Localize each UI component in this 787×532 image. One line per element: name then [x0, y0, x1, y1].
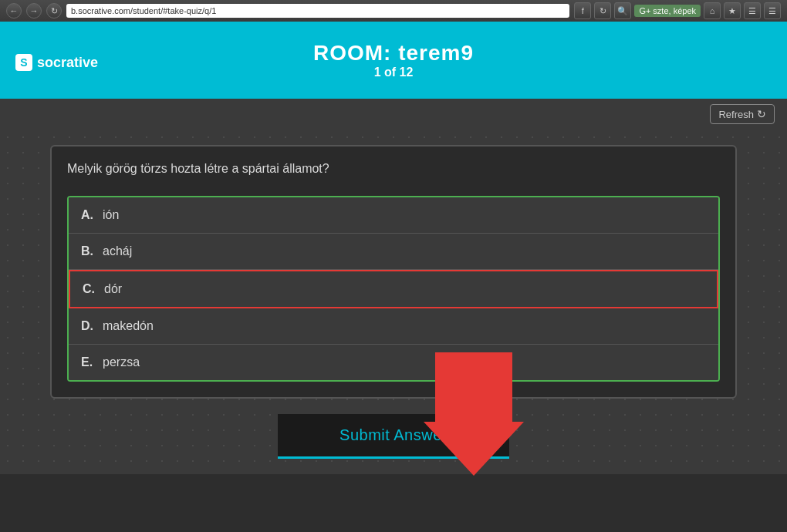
answer-label-c: C. — [83, 282, 98, 296]
refresh-icon: ↻ — [757, 108, 766, 120]
browser-chrome: ← → ↻ b.socrative.com/student/#take-quiz… — [0, 0, 787, 22]
browser-icons: f ↻ 🔍 G+ szte, képek ⌂ ★ ☰ ☰ — [574, 2, 781, 19]
answer-text-c: dór — [104, 282, 122, 296]
answer-option-e[interactable]: E. perzsa — [69, 345, 718, 380]
refresh-button[interactable]: Refresh ↻ — [710, 104, 775, 124]
toolbar: Refresh ↻ — [0, 99, 787, 130]
socrative-logo: S socrative — [15, 54, 98, 71]
search-icon[interactable]: 🔍 — [614, 2, 631, 19]
menu-icon[interactable]: ☰ — [764, 2, 781, 19]
facebook-icon[interactable]: f — [574, 2, 591, 19]
search-text: szte, képek — [653, 6, 696, 15]
answer-text-b: acháj — [103, 244, 132, 258]
forward-button[interactable]: → — [26, 3, 42, 19]
logo-text: socrative — [37, 55, 98, 71]
gplus-icon: G+ — [639, 6, 650, 15]
quiz-card: Melyik görög törzs hozta létre a spártai… — [50, 145, 737, 399]
answers-container: A. ión B. acháj C. dór D. makedón E. per… — [67, 196, 720, 382]
answer-text-e: perzsa — [103, 355, 140, 369]
extensions-icon[interactable]: ☰ — [744, 2, 761, 19]
down-arrow-indicator — [424, 352, 524, 479]
logo-letter: S — [20, 56, 27, 69]
answer-option-b[interactable]: B. acháj — [69, 234, 718, 270]
socrative-header: S socrative ROOM: terem9 1 of 12 — [0, 22, 787, 99]
reload-button[interactable]: ↻ — [46, 3, 62, 19]
answer-label-d: D. — [81, 319, 96, 333]
room-title: ROOM: terem9 — [313, 41, 474, 66]
refresh-label: Refresh — [718, 109, 754, 120]
progress-indicator: 1 of 12 — [374, 66, 414, 79]
answer-text-d: makedón — [103, 319, 154, 333]
address-bar[interactable]: b.socrative.com/student/#take-quiz/q/1 — [66, 4, 569, 18]
google-plus-widget[interactable]: G+ szte, képek — [634, 5, 701, 17]
bookmark-icon[interactable]: ★ — [724, 2, 741, 19]
svg-marker-0 — [424, 352, 524, 476]
url-text: b.socrative.com/student/#take-quiz/q/1 — [71, 6, 216, 15]
question-text: Melyik görög törzs hozta létre a spártai… — [67, 162, 720, 184]
submit-area: Submit Answer — [15, 414, 772, 459]
main-content: Melyik görög törzs hozta létre a spártai… — [0, 130, 787, 474]
answer-label-b: B. — [81, 244, 96, 258]
logo-icon: S — [15, 54, 32, 71]
answer-option-c[interactable]: C. dór — [69, 270, 718, 308]
answer-option-d[interactable]: D. makedón — [69, 308, 718, 345]
answer-label-a: A. — [81, 208, 96, 222]
back-button[interactable]: ← — [6, 3, 22, 19]
answer-option-a[interactable]: A. ión — [69, 197, 718, 234]
home-icon[interactable]: ⌂ — [704, 2, 721, 19]
answer-text-a: ión — [103, 208, 119, 222]
answer-label-e: E. — [81, 355, 96, 369]
refresh-browser-icon[interactable]: ↻ — [594, 2, 611, 19]
